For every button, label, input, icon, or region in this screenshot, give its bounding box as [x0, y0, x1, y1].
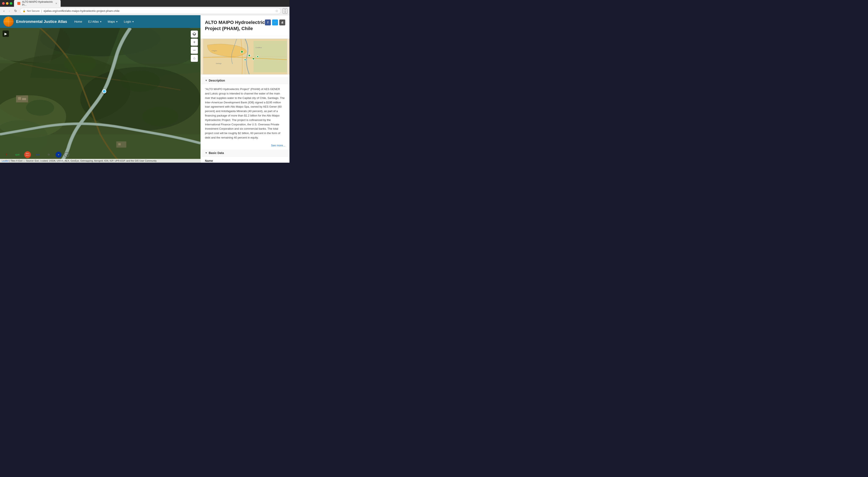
panel-title: ALTO MAIPO Hydroelectric Project (PHAM),… — [205, 20, 265, 32]
ejolt-text-logo: ejolt — [13, 152, 22, 158]
svg-point-31 — [244, 59, 246, 61]
maximize-window-button[interactable] — [10, 2, 12, 5]
social-buttons: f 🐦 🖨 — [265, 20, 285, 25]
tab-favicon-icon — [18, 2, 20, 5]
nav-menu: Home EJ Atlas ▼ Maps ▼ Login ▼ — [71, 18, 137, 25]
browser-window-controls — [2, 2, 12, 5]
basic-data-section-title: Basic Data — [209, 151, 224, 155]
logo-globe-icon — [3, 17, 13, 27]
icta-logo: icta — [33, 152, 42, 158]
svg-text:I Región: I Región — [212, 50, 217, 52]
main-layout: Environmental Justice Atlas Home EJ Atla… — [0, 15, 289, 163]
browser-titlebar: ALTO MAIPO Hydroelectric Pr... ✕ — [0, 0, 289, 7]
map-rivers-svg — [0, 28, 200, 163]
right-panel: ALTO MAIPO Hydroelectric Project (PHAM),… — [200, 15, 289, 163]
description-section-arrow: ▼ — [205, 79, 208, 82]
see-more-link[interactable]: See more... — [201, 143, 289, 150]
browser-menu-button[interactable]: ⋮ — [283, 8, 287, 14]
svg-text:Cordillera: Cordillera — [255, 47, 262, 49]
forward-button[interactable]: › — [7, 9, 11, 13]
ejolt-logo: T — [2, 152, 10, 158]
zoom-in-button[interactable]: + — [191, 38, 198, 46]
twitter-share-button[interactable]: 🐦 — [272, 20, 278, 25]
map-canvas[interactable]: ▶ + − ⌂ T — [0, 28, 200, 163]
site-logo: Environmental Justice Atlas — [3, 17, 67, 27]
back-button[interactable]: ‹ — [2, 9, 6, 13]
url-separator: | — [41, 9, 42, 12]
nav-login[interactable]: Login ▼ — [121, 18, 137, 25]
description-section-header[interactable]: ▼ Description — [201, 77, 289, 84]
address-bar[interactable]: 🔒 Not Secure | ejatlas.org/conflict/alto… — [20, 8, 281, 14]
eu-logo: ★ — [56, 152, 61, 158]
tab-close-button[interactable]: ✕ — [55, 2, 57, 5]
site-title: Environmental Justice Atlas — [16, 20, 67, 24]
minimize-window-button[interactable] — [6, 2, 8, 5]
cc-logo: © — [64, 152, 69, 157]
map-area[interactable]: ▶ + − ⌂ T — [0, 28, 200, 163]
map-controls: + − ⌂ — [191, 31, 198, 62]
svg-text:Santiago: Santiago — [216, 63, 221, 64]
panel-map-thumbnail[interactable]: I Región Santiago Cordillera — [201, 38, 289, 74]
site-navbar: Environmental Justice Atlas Home EJ Atla… — [0, 15, 200, 28]
svg-rect-16 — [116, 141, 126, 148]
tab-title: ALTO MAIPO Hydroelectric Pr... — [22, 0, 54, 6]
svg-point-28 — [248, 55, 250, 57]
description-text: "ALTO MAIPO Hydroelectric Project" (PHAM… — [201, 84, 289, 143]
basic-data-section: Name ALTO MAIPO Hydroelectric Project (P… — [201, 157, 289, 163]
toggle-panel-button[interactable]: ▶ — [3, 31, 9, 37]
nav-ej-atlas[interactable]: EJ Atlas ▼ — [85, 18, 105, 25]
svg-rect-15 — [22, 98, 26, 100]
name-label: Name — [205, 159, 285, 162]
basic-data-section-header[interactable]: ▼ Basic Data — [201, 150, 289, 157]
toggle-panel-icon: ▶ — [4, 32, 7, 36]
facebook-share-button[interactable]: f — [265, 20, 271, 25]
svg-point-18 — [64, 55, 96, 72]
panel-header-content: ALTO MAIPO Hydroelectric Project (PHAM),… — [205, 20, 285, 34]
svg-point-20 — [26, 100, 54, 116]
browser-tab[interactable]: ALTO MAIPO Hydroelectric Pr... ✕ — [14, 0, 61, 7]
attribution-text: | Tiles © Esri — Source: Esri, i-cubed, … — [9, 159, 157, 162]
bookmark-button[interactable]: ☆ — [275, 9, 278, 13]
map-footer-logos: T ejolt ENV JUST icta ❊ ★ © — [2, 151, 69, 158]
nav-home[interactable]: Home — [71, 18, 85, 25]
panel-thumbnail-svg: I Región Santiago Cordillera — [201, 39, 289, 74]
svg-point-21 — [143, 107, 179, 126]
map-marker-circle — [102, 89, 106, 93]
layers-button[interactable] — [191, 31, 198, 38]
print-button[interactable]: 🖨 — [279, 20, 285, 25]
basic-data-section-arrow: ▼ — [205, 152, 208, 154]
environmental-justice-logo: ENV JUST — [24, 151, 31, 158]
svg-point-19 — [120, 70, 160, 92]
nav-maps[interactable]: Maps ▼ — [105, 18, 121, 25]
login-dropdown-arrow: ▼ — [132, 21, 134, 23]
name-field: Name ALTO MAIPO Hydroelectric Project (P… — [205, 157, 285, 163]
reload-button[interactable]: ↻ — [13, 8, 18, 13]
map-column: Environmental Justice Atlas Home EJ Atla… — [0, 15, 200, 163]
network-logo: ❊ — [44, 152, 53, 158]
location-marker — [102, 89, 106, 93]
map-attribution: Leaflet | Tiles © Esri — Source: Esri, i… — [0, 159, 200, 163]
home-button[interactable]: ⌂ — [191, 55, 198, 62]
url-text: ejatlas.org/conflict/alto-maipo-hydroele… — [44, 9, 274, 12]
svg-rect-14 — [18, 97, 21, 100]
browser-toolbar: ‹ › ↻ 🔒 Not Secure | ejatlas.org/conflic… — [0, 7, 289, 15]
ej-atlas-dropdown-arrow: ▼ — [100, 21, 102, 23]
zoom-out-button[interactable]: − — [191, 46, 198, 54]
leaflet-link[interactable]: Leaflet — [2, 159, 9, 162]
description-section-title: Description — [209, 79, 225, 82]
maps-dropdown-arrow: ▼ — [116, 21, 118, 23]
svg-rect-17 — [118, 143, 121, 145]
panel-header: ALTO MAIPO Hydroelectric Project (PHAM),… — [201, 15, 289, 36]
not-secure-label: Not Secure — [27, 9, 40, 12]
close-window-button[interactable] — [2, 2, 5, 5]
browser-chrome: ALTO MAIPO Hydroelectric Pr... ✕ ‹ › ↻ 🔒… — [0, 0, 289, 15]
security-icon: 🔒 — [23, 9, 26, 12]
svg-point-30 — [257, 56, 258, 57]
